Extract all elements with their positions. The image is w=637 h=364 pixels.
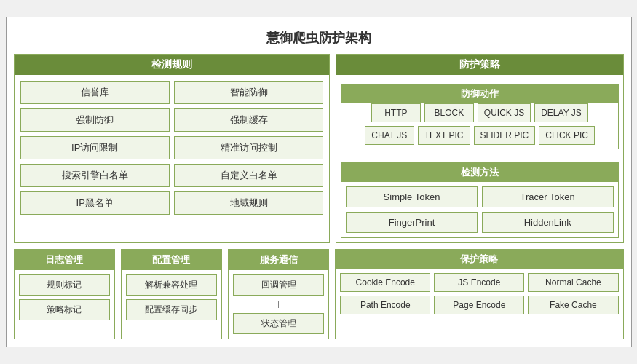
btn-http[interactable]: HTTP [371, 103, 421, 122]
protection-path[interactable]: Path Encode [340, 296, 430, 314]
connector: | [233, 299, 324, 309]
config-panel: 配置管理 解析兼容处理 配置缓存同步 [121, 249, 222, 339]
config-item-1[interactable]: 解析兼容处理 [126, 274, 217, 296]
bottom-left: 日志管理 规则标记 策略标记 配置管理 解析兼容处理 配置缓存同步 服务通信 回… [14, 249, 330, 339]
protection-page[interactable]: Page Encode [434, 296, 524, 314]
action-row2: CHAT JS TEXT PIC SLIDER PIC CLICK PIC [341, 126, 617, 145]
btn-textpic[interactable]: TEXT PIC [418, 126, 470, 145]
item-iphmd[interactable]: IP黑名单 [20, 191, 170, 215]
protection-cookie[interactable]: Cookie Encode [340, 273, 430, 292]
protection-js[interactable]: JS Encode [434, 273, 524, 292]
service-item-1[interactable]: 回调管理 [233, 274, 324, 296]
bottom-row: 日志管理 规则标记 策略标记 配置管理 解析兼容处理 配置缓存同步 服务通信 回… [14, 249, 624, 339]
method-tracer-token[interactable]: Tracer Token [482, 186, 614, 207]
log-panel: 日志管理 规则标记 策略标记 [14, 249, 115, 339]
action-content: HTTP BLOCK QUICK JS DELAY JS CHAT JS TEX… [341, 103, 617, 145]
method-box: 检测方法 Simple Token Tracer Token FingerPri… [341, 162, 618, 238]
config-header: 配置管理 [122, 250, 221, 270]
page-title: 慧御爬虫防护架构 [14, 25, 624, 54]
method-hiddenlink[interactable]: HiddenLink [482, 212, 614, 233]
service-item-2[interactable]: 状态管理 [233, 313, 324, 334]
log-item-1[interactable]: 规则标记 [19, 274, 110, 296]
detection-grid: 信誉库 智能防御 强制防御 强制缓存 IP访问限制 精准访问控制 搜索引擎白名单… [15, 75, 330, 221]
defense-panel: 防护策略 防御动作 HTTP BLOCK QUICK JS DELAY JS C… [336, 54, 623, 243]
btn-sliderpic[interactable]: SLIDER PIC [474, 126, 536, 145]
main-container: 慧御爬虫防护架构 检测规则 信誉库 智能防御 强制防御 强制缓存 IP访问限制 … [6, 17, 632, 347]
item-zdybmd[interactable]: 自定义白名单 [174, 164, 323, 187]
btn-delayjs[interactable]: DELAY JS [534, 103, 588, 122]
item-znfy[interactable]: 智能防御 [174, 81, 323, 104]
btn-block[interactable]: BLOCK [424, 103, 474, 122]
item-jzfwkz[interactable]: 精准访问控制 [174, 136, 323, 159]
service-items: 回调管理 | 状态管理 [229, 270, 328, 339]
item-xinyuku[interactable]: 信誉库 [20, 81, 170, 104]
item-dygl[interactable]: 地域规则 [174, 191, 323, 215]
item-ssyqbmd[interactable]: 搜索引擎白名单 [20, 164, 170, 187]
config-items: 解析兼容处理 配置缓存同步 [122, 270, 221, 325]
service-panel: 服务通信 回调管理 | 状态管理 [228, 249, 329, 339]
config-item-2[interactable]: 配置缓存同步 [126, 299, 217, 320]
item-qzhc[interactable]: 强制缓存 [174, 108, 323, 132]
protection-header: 保护策略 [336, 250, 622, 269]
action-box: 防御动作 HTTP BLOCK QUICK JS DELAY JS CHAT J… [341, 84, 618, 149]
btn-clickpic[interactable]: CLICK PIC [539, 126, 595, 145]
item-qzfy[interactable]: 强制防御 [20, 108, 170, 132]
detection-panel: 检测规则 信誉库 智能防御 强制防御 强制缓存 IP访问限制 精准访问控制 搜索… [14, 54, 331, 243]
log-item-2[interactable]: 策略标记 [19, 299, 110, 320]
protection-normal-cache[interactable]: Normal Cache [528, 273, 618, 292]
method-header: 检测方法 [341, 163, 617, 182]
item-ipfxzz[interactable]: IP访问限制 [20, 136, 170, 159]
btn-chatjs[interactable]: CHAT JS [365, 126, 414, 145]
method-fingerprint[interactable]: FingerPrint [346, 212, 478, 233]
btn-quickjs[interactable]: QUICK JS [478, 103, 531, 122]
top-row: 检测规则 信誉库 智能防御 强制防御 强制缓存 IP访问限制 精准访问控制 搜索… [14, 54, 624, 243]
protection-panel: 保护策略 Cookie Encode JS Encode Normal Cach… [335, 249, 623, 339]
protection-fake-cache[interactable]: Fake Cache [528, 296, 618, 314]
action-header: 防御动作 [341, 84, 617, 103]
protection-grid: Cookie Encode JS Encode Normal Cache Pat… [336, 269, 622, 319]
detection-header: 检测规则 [15, 55, 330, 75]
action-row1: HTTP BLOCK QUICK JS DELAY JS [341, 103, 617, 122]
method-simple-token[interactable]: Simple Token [346, 186, 478, 207]
log-items: 规则标记 策略标记 [15, 270, 114, 325]
log-header: 日志管理 [15, 250, 114, 270]
defense-header: 防护策略 [336, 55, 622, 75]
service-header: 服务通信 [229, 250, 328, 270]
method-grid: Simple Token Tracer Token FingerPrint Hi… [341, 182, 617, 237]
